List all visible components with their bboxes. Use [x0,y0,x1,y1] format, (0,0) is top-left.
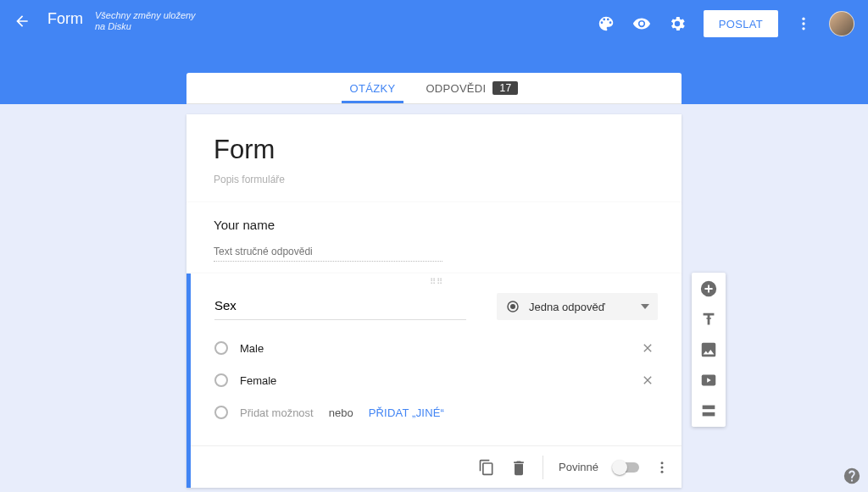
responses-count-badge: 17 [492,81,518,95]
back-arrow-icon[interactable] [14,13,31,30]
question-title[interactable]: Your name [214,218,654,232]
radio-circle-icon [214,406,228,419]
svg-point-0 [802,18,804,20]
send-button[interactable]: POSLAT [704,10,778,37]
side-toolbar [692,273,726,427]
add-section-icon[interactable] [699,401,718,420]
remove-option-icon[interactable] [637,373,658,387]
question-title-input[interactable] [214,293,466,320]
drag-handle-icon[interactable]: ⠿⠿ [191,274,682,286]
option-label[interactable]: Male [240,342,626,355]
remove-option-icon[interactable] [637,341,658,355]
option-row: Male [214,332,658,364]
divider [542,456,543,479]
svg-point-7 [661,470,664,473]
question-type-label: Jedna odpověď [529,301,605,313]
add-question-icon[interactable] [699,279,718,298]
add-image-icon[interactable] [699,340,718,359]
preview-icon[interactable] [632,14,651,33]
add-other-link[interactable]: PŘIDAT „JINÉ“ [369,406,445,419]
add-title-icon[interactable] [699,310,718,329]
option-label[interactable]: Female [240,374,626,387]
chevron-down-icon [641,304,649,309]
more-icon[interactable] [795,15,812,32]
required-toggle[interactable] [614,462,639,473]
help-icon[interactable] [843,467,861,485]
svg-point-6 [661,466,664,468]
question-card-2-active[interactable]: ⠿⠿ Jedna odpověď Male Female [186,274,682,488]
short-answer-input [214,242,442,262]
radio-circle-icon [214,373,228,387]
duplicate-icon[interactable] [478,459,495,476]
form-header-card[interactable]: Form Popis formuláře [186,114,682,202]
question-card-1[interactable]: Your name [186,202,682,274]
required-label: Povinné [559,461,598,473]
form-description-placeholder[interactable]: Popis formuláře [214,174,654,185]
svg-point-5 [661,462,664,464]
tab-responses-label: ODPOVĚDI [426,82,486,95]
save-status: Všechny změny uloženy na Disku [95,10,197,32]
tab-responses[interactable]: ODPOVĚDI 17 [426,73,518,103]
add-option-row: Přidat možnost nebo PŘIDAT „JINÉ“ [214,396,658,428]
add-video-icon[interactable] [699,371,718,390]
delete-icon[interactable] [510,459,527,476]
avatar[interactable] [829,11,854,36]
svg-rect-10 [703,412,715,417]
svg-rect-9 [703,406,715,410]
settings-icon[interactable] [668,14,687,33]
add-option-placeholder[interactable]: Přidat možnost [240,406,314,419]
radio-icon [505,299,520,314]
option-row: Female [214,364,658,396]
question-more-icon[interactable] [654,460,670,475]
form-title[interactable]: Form [214,135,654,165]
svg-point-1 [802,22,804,25]
app-title[interactable]: Form [47,10,83,28]
svg-point-2 [802,27,804,30]
palette-icon[interactable] [597,14,615,33]
radio-circle-icon [214,341,228,355]
tab-questions[interactable]: OTÁZKY [350,73,396,103]
svg-point-4 [510,304,515,309]
or-text: nebo [329,406,353,419]
question-type-select[interactable]: Jedna odpověď [497,293,658,320]
